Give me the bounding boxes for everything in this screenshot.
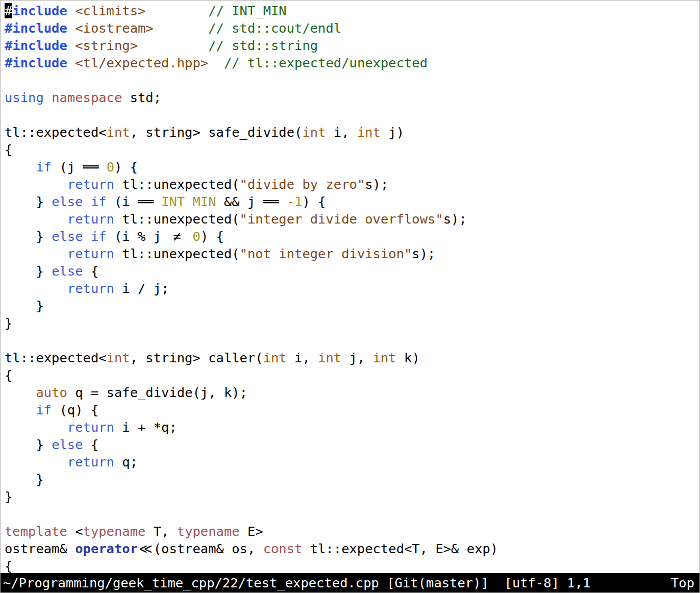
code-token: T, bbox=[145, 524, 177, 539]
code-token: s); bbox=[412, 246, 435, 261]
code-token: namespace bbox=[52, 90, 122, 105]
code-token bbox=[138, 38, 208, 53]
code-token: <iostream> bbox=[75, 20, 154, 36]
code-token: ══ bbox=[138, 194, 154, 209]
code-line[interactable]: tl::expected<int, string> safe_divide(in… bbox=[5, 123, 699, 141]
code-token: (i bbox=[107, 194, 138, 209]
code-token: typename bbox=[83, 524, 146, 539]
code-token: { bbox=[5, 142, 12, 157]
code-line[interactable]: return i / j; bbox=[5, 280, 699, 297]
code-line[interactable]: } else { bbox=[5, 262, 699, 280]
code-token: 0 bbox=[193, 229, 201, 244]
code-line[interactable]: template <typename T, typename E> bbox=[5, 523, 699, 540]
code-token: { bbox=[83, 437, 99, 452]
code-line[interactable]: if (q) { bbox=[5, 401, 699, 418]
code-line[interactable]: #include <climits> // INT_MIN bbox=[5, 2, 699, 19]
code-token bbox=[5, 159, 36, 175]
code-line[interactable]: ostream& operator≪(ostream& os, const tl… bbox=[5, 540, 699, 557]
status-file-info: ~/Programming/geek_time_cpp/22/test_expe… bbox=[3, 575, 590, 590]
code-token: } bbox=[5, 489, 12, 504]
code-token: template bbox=[5, 524, 67, 539]
code-line[interactable]: auto q = safe_divide(j, k); bbox=[5, 384, 699, 401]
code-token: auto bbox=[36, 385, 67, 400]
code-token bbox=[145, 3, 208, 18]
code-token: ) { bbox=[303, 194, 326, 209]
code-token: tl::expected< bbox=[5, 350, 107, 365]
code-token bbox=[83, 229, 91, 244]
code-line[interactable] bbox=[5, 71, 699, 89]
code-token: include bbox=[12, 3, 67, 18]
code-token: return bbox=[67, 454, 114, 470]
code-token: #include bbox=[5, 55, 67, 70]
code-line[interactable] bbox=[5, 106, 699, 123]
code-token bbox=[279, 194, 286, 209]
code-token: } bbox=[5, 437, 52, 452]
code-line[interactable]: return q; bbox=[5, 453, 699, 471]
code-token: "integer divide overflows" bbox=[240, 211, 443, 227]
code-token: } bbox=[5, 315, 12, 331]
code-line[interactable]: { bbox=[5, 557, 699, 573]
code-line[interactable]: return i + *q; bbox=[5, 418, 699, 436]
code-line[interactable]: } bbox=[5, 297, 699, 314]
code-line[interactable]: using namespace std; bbox=[5, 89, 699, 106]
code-token: tl::expected< bbox=[5, 125, 107, 140]
code-token: <string> bbox=[75, 38, 138, 53]
code-token: (i % j bbox=[107, 229, 169, 244]
code-token: tl::expected<T, E>& exp) bbox=[302, 541, 498, 556]
code-token: <tl/expected.hpp> bbox=[75, 55, 208, 70]
code-line[interactable]: } bbox=[5, 314, 699, 332]
code-token: // tl::expected/unexpected bbox=[224, 55, 428, 70]
code-token: i, bbox=[287, 350, 318, 365]
code-line[interactable]: } else { bbox=[5, 436, 699, 453]
code-token: int bbox=[318, 350, 341, 365]
code-token bbox=[67, 20, 75, 36]
code-token: ══ bbox=[263, 194, 279, 209]
code-token: INT_MIN bbox=[161, 194, 216, 209]
code-line[interactable]: { bbox=[5, 366, 699, 384]
text-cursor: # bbox=[5, 3, 12, 18]
code-line[interactable] bbox=[5, 332, 699, 349]
code-token: int bbox=[107, 125, 130, 140]
code-token: s); bbox=[365, 177, 388, 192]
code-token: int bbox=[357, 125, 381, 140]
code-line[interactable] bbox=[5, 505, 699, 523]
code-token bbox=[83, 194, 91, 209]
code-token bbox=[5, 454, 67, 470]
code-token: const bbox=[263, 541, 303, 556]
code-token bbox=[5, 402, 36, 417]
code-token: ) { bbox=[114, 159, 138, 175]
code-line[interactable]: #include <iostream> // std::cout/endl bbox=[5, 19, 699, 37]
code-token bbox=[44, 90, 52, 105]
code-token: i / j; bbox=[114, 281, 169, 296]
code-token bbox=[154, 194, 161, 209]
code-token bbox=[67, 3, 75, 18]
code-token: k) bbox=[396, 350, 420, 365]
code-token: std; bbox=[122, 90, 161, 105]
code-line[interactable]: } bbox=[5, 471, 699, 488]
code-token: } bbox=[5, 263, 52, 279]
code-token: else bbox=[52, 263, 83, 279]
editor-window: #include <climits> // INT_MIN#include <i… bbox=[0, 0, 700, 593]
code-line[interactable]: if (j ══ 0) { bbox=[5, 158, 699, 176]
code-line[interactable]: tl::expected<int, string> caller(int i, … bbox=[5, 349, 699, 366]
code-token: #include bbox=[5, 20, 67, 36]
code-line[interactable]: #include <tl/expected.hpp> // tl::expect… bbox=[5, 54, 699, 71]
code-token: { bbox=[5, 558, 12, 573]
code-line[interactable]: { bbox=[5, 141, 699, 158]
code-token: q; bbox=[114, 454, 138, 470]
code-line[interactable]: return tl::unexpected("integer divide ov… bbox=[5, 210, 699, 228]
code-token bbox=[154, 20, 208, 36]
code-token: else bbox=[52, 229, 83, 244]
code-token: else bbox=[52, 194, 83, 209]
code-token: ≠ bbox=[169, 228, 185, 245]
code-line[interactable]: return tl::unexpected("divide by zero"s)… bbox=[5, 176, 699, 193]
code-token: int bbox=[373, 350, 396, 365]
code-line[interactable]: return tl::unexpected("not integer divis… bbox=[5, 245, 699, 262]
code-line[interactable]: #include <string> // std::string bbox=[5, 37, 699, 54]
code-line[interactable]: } else if (i % j ≠ 0) { bbox=[5, 228, 699, 245]
code-token bbox=[5, 281, 67, 296]
code-area[interactable]: #include <climits> // INT_MIN#include <i… bbox=[1, 1, 699, 573]
code-line[interactable]: } else if (i ══ INT_MIN && j ══ -1) { bbox=[5, 193, 699, 210]
code-line[interactable]: } bbox=[5, 488, 699, 505]
code-token: return bbox=[67, 177, 114, 192]
